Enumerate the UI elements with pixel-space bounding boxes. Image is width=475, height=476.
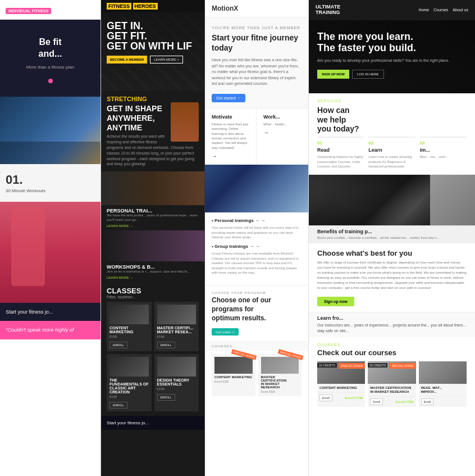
- col2-class-price-4: €100: [157, 387, 197, 391]
- col3-course-card-1: SPECIAL OFFER Content Marketing Enroll €…: [212, 354, 255, 396]
- col4-choose-text: We offer a range of courses from certifi…: [317, 260, 467, 291]
- col2-class-card-1: CONTENT MARKETING €199 ENROLL: [107, 302, 152, 351]
- col4-enroll-btn-3[interactable]: Enroll: [421, 398, 434, 405]
- col3-course-price-1: Enroll €199: [214, 380, 253, 383]
- col1-bottom-text: Start your fitness jo...: [6, 309, 95, 316]
- col4-course-img-3: [419, 361, 467, 384]
- col2-class-card-2: MASTER CERTIFI... MARKET RESEA... €199 E…: [154, 302, 199, 351]
- col3-hero-label: YOU'RE MORE THAN JUST A MEMBER: [212, 26, 302, 30]
- col4-hero-sub: Are you ready to develop your profession…: [317, 58, 467, 64]
- col3-work-arrow[interactable]: →: [263, 129, 302, 135]
- col4-course-actions-3: Enroll: [419, 396, 467, 407]
- col3-logo: MotionX: [212, 4, 238, 12]
- col2-class-grid: CONTENT MARKETING €199 ENROLL MASTER CER…: [107, 302, 199, 411]
- col1-number-section: 01. 30 Minute Workouts: [0, 164, 101, 202]
- become-member-button[interactable]: BECOME A MEMBER: [107, 56, 147, 64]
- col4-services-grid: 01 Read Outstanding features for highly …: [317, 137, 467, 169]
- col4-course-actions-1: Enroll Enroll €799: [317, 392, 365, 403]
- col2-class-img-3: [109, 357, 149, 377]
- col4-course-label-tag-2: 10 CREDITS: [368, 363, 387, 368]
- col4-courses-section: COURSES Check out our courses SPECIAL OF…: [309, 337, 475, 412]
- col4-signup-button[interactable]: SIGN UP NOW: [317, 70, 349, 79]
- col2-buttons: BECOME A MEMBER LEARN MORE >: [107, 56, 199, 64]
- col4-course-price-2: Enroll €300: [396, 400, 414, 404]
- col2-class-title-4: DESIGN THEORY ESSENTIALS: [157, 378, 197, 386]
- col4-nav-courses[interactable]: Courses: [433, 8, 448, 12]
- col3-personal-text: Your personal trainer will be there with…: [212, 225, 302, 239]
- col4-nav: Home Courses About us: [419, 8, 468, 12]
- col1-header: INDIVIDUAL FITNESS: [0, 0, 101, 20]
- col4-side-images: [430, 175, 475, 225]
- col4-service-text-1: Outstanding features for highly customis…: [317, 155, 364, 169]
- col4-ultimate-training: ULTIMATE TRAINING Home Courses About us …: [309, 0, 475, 476]
- col4-service-3: 03 Im... Bloo... ma... certi...: [420, 137, 467, 169]
- col3-course-img-1: [214, 357, 253, 374]
- col4-benefits-section: Benefits of training p... Boost your con…: [309, 225, 475, 243]
- col2-enroll-btn-3[interactable]: ENROLL: [109, 402, 127, 409]
- col4-service-num-2: 02: [368, 140, 415, 146]
- col4-logo-line2: TRAINING: [316, 10, 340, 16]
- col2-fitness-heroes: FITNESS HEROES GET IN. GET FIT. GET ON W…: [101, 0, 205, 476]
- col2-enroll-btn-1[interactable]: ENROLL: [109, 342, 127, 348]
- col4-aerial-image: [309, 175, 430, 225]
- col3-work-item: Work... Whet... health... →: [257, 108, 308, 165]
- col2-enroll-btn-4[interactable]: ENROLL: [157, 394, 175, 401]
- col2-trainer-section: PERSONAL TRAI... We have the best profes…: [101, 205, 204, 230]
- col4-services-section: SERVICES How can we help you today? 01 R…: [309, 93, 475, 175]
- col4-service-title-2: Learn: [368, 147, 415, 153]
- col3-course-price-2: Enroll €300: [261, 390, 299, 393]
- col3-motionx: MotionX YOU'RE MORE THAN JUST A MEMBER S…: [205, 0, 309, 476]
- col4-choose-title: Choose what's best for you: [317, 249, 467, 257]
- col4-service-2: 02 Learn Learn how to create amazing pro…: [368, 137, 415, 169]
- col4-course-title-2: Master Certification in Market Research: [370, 386, 413, 394]
- col2-side-image: [171, 102, 199, 142]
- col3-get-started-button[interactable]: Get started →: [212, 94, 245, 102]
- col4-aerial-inner: [309, 175, 430, 225]
- col2-bottom-section: Start your fitness jo...: [101, 416, 204, 430]
- col4-nav-home[interactable]: Home: [419, 8, 430, 12]
- learn-more-button[interactable]: LEARN MORE >: [150, 56, 183, 64]
- col3-motivate-title: Motivate: [212, 114, 249, 120]
- col1-hero: Be fit and... More than a fitness plan: [0, 20, 101, 97]
- col4-course-grid: SPECIAL OFFER 10 CREDITS Content Marketi…: [317, 361, 467, 407]
- col2-class-img-1: [109, 305, 149, 324]
- col2-class-price-1: €199: [109, 335, 149, 338]
- col4-service-title-1: Read: [317, 147, 364, 153]
- col2-enroll-btn-2[interactable]: ENROLL: [157, 342, 175, 348]
- col3-group-training-link[interactable]: • Group trainings →: [212, 244, 302, 249]
- col2-class-img-2: [157, 305, 197, 324]
- col2-class-title-2: MASTER CERTIFI... MARKET RESEA...: [157, 326, 197, 334]
- col4-course-price-1: Enroll €799: [345, 396, 363, 400]
- col2-learn-more[interactable]: LEARN MORE →: [107, 224, 199, 228]
- col3-motivate-arrow[interactable]: →: [212, 153, 249, 159]
- col4-learn-section: Learn fro... Our instructors are... year…: [309, 312, 475, 337]
- col3-work-text: Whet... health...: [263, 122, 302, 126]
- col2-class-title-3: THE FUNDAMENTALS OF CLASSIC ART CREATION: [109, 378, 149, 394]
- col4-course-info-1: Content Marketing: [317, 384, 365, 392]
- col2-workshop-learn-more[interactable]: LEARN MORE →: [107, 276, 199, 279]
- col4-course-label-tag-1: 10 CREDITS: [317, 363, 337, 368]
- col3-motivate-item: Motivate Fitness is more than just exerc…: [205, 108, 257, 165]
- col2-class-img-4: [157, 357, 197, 377]
- col4-enroll-btn-2[interactable]: Enroll: [370, 398, 383, 405]
- col4-services-title: How can we help you today?: [317, 106, 467, 134]
- col3-hero: YOU'RE MORE THAN JUST A MEMBER Start you…: [205, 17, 308, 108]
- col4-courses-title: Check out our courses: [317, 348, 467, 357]
- col4-course-actions-2: Enroll Enroll €300: [368, 396, 415, 407]
- col4-login-button[interactable]: LOG IN HERE: [352, 70, 384, 79]
- col2-logo: FITNESS HEROES: [107, 3, 158, 9]
- col3-course-img-2: [261, 357, 299, 374]
- col4-service-1: 01 Read Outstanding features for highly …: [317, 137, 364, 169]
- col3-get-visitor-button[interactable]: Get visitor ⬡: [212, 328, 239, 336]
- col3-header: MotionX: [205, 0, 308, 17]
- col4-hero-buttons: SIGN UP NOW LOG IN HERE: [317, 70, 467, 79]
- col2-header: FITNESS HEROES: [101, 0, 204, 12]
- col4-hero-content: The more you learn. The faster you build…: [317, 31, 467, 79]
- col3-city-image: [205, 165, 308, 212]
- col4-enroll-btn-1[interactable]: Enroll: [319, 395, 332, 401]
- col4-nav-about[interactable]: About us: [453, 8, 468, 12]
- col4-signup2-button[interactable]: Sign up now: [317, 297, 354, 306]
- col4-course-title-3: Read. Wat... Improv...: [421, 386, 464, 394]
- col3-personal-training-link[interactable]: • Personal trainings →: [212, 218, 302, 223]
- col4-bridge-image: [430, 175, 475, 225]
